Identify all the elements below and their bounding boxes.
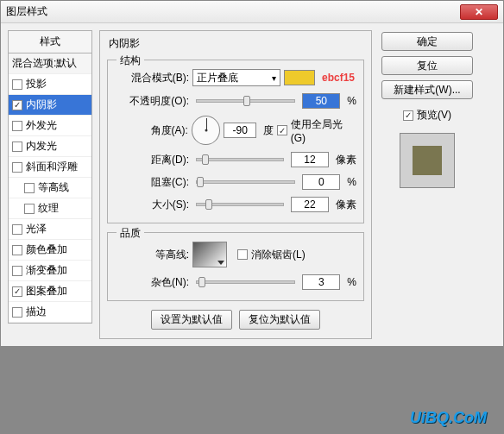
- opacity-row: 不透明度(O): 50 %: [115, 93, 356, 109]
- angle-unit: 度: [263, 123, 274, 138]
- checkbox-icon: [12, 286, 22, 297]
- style-item[interactable]: 描边: [9, 302, 91, 323]
- choke-unit: %: [347, 176, 356, 188]
- angle-dial[interactable]: [192, 116, 221, 145]
- style-item[interactable]: 渐变叠加: [9, 261, 91, 281]
- settings-panel: 内阴影 结构 混合模式(B): 正片叠底 ebcf15 不透明度(O): 50 …: [99, 30, 372, 339]
- quality-legend: 品质: [117, 226, 144, 241]
- size-unit: 像素: [336, 198, 356, 212]
- contour-picker[interactable]: [192, 242, 227, 267]
- checkbox-icon: [12, 266, 22, 276]
- style-item[interactable]: 内阴影: [9, 95, 91, 116]
- style-item[interactable]: 外发光: [9, 116, 91, 136]
- watermark: UiBQ.CoM: [410, 409, 487, 427]
- reset-default-button[interactable]: 复位为默认值: [239, 310, 320, 330]
- reset-button[interactable]: 复位: [381, 56, 473, 75]
- distance-input[interactable]: 12: [291, 152, 329, 167]
- angle-label: 角度(A):: [115, 123, 188, 138]
- style-item-label: 外发光: [26, 118, 57, 133]
- noise-label: 杂色(N):: [115, 275, 189, 290]
- antialias-label: 消除锯齿(L): [251, 248, 306, 262]
- noise-row: 杂色(N): 3 %: [115, 274, 356, 290]
- checkbox-icon: [277, 125, 287, 135]
- color-note: ebcf15: [322, 72, 355, 84]
- size-input[interactable]: 22: [291, 197, 329, 212]
- style-item[interactable]: 纹理: [9, 198, 91, 219]
- style-item[interactable]: 投影: [9, 74, 91, 95]
- checkbox-icon: [12, 121, 22, 131]
- panel-title: 内阴影: [100, 31, 371, 56]
- style-item-label: 纹理: [38, 201, 59, 216]
- checkbox-icon: [12, 224, 22, 235]
- checkbox-icon: [403, 110, 413, 121]
- checkbox-icon: [12, 245, 22, 255]
- choke-slider[interactable]: [196, 180, 295, 184]
- noise-slider[interactable]: [196, 280, 295, 284]
- style-item[interactable]: 颜色叠加: [9, 240, 91, 261]
- style-item[interactable]: 斜面和浮雕: [9, 157, 91, 178]
- new-style-button[interactable]: 新建样式(W)...: [381, 80, 473, 99]
- style-item[interactable]: 图案叠加: [9, 281, 91, 302]
- checkbox-icon: [12, 100, 22, 110]
- styles-panel: 样式 混合选项:默认 投影内阴影外发光内发光斜面和浮雕等高线纹理光泽颜色叠加渐变…: [8, 30, 92, 339]
- angle-row: 角度(A): -90 度 使用全局光(G): [115, 116, 356, 145]
- checkbox-icon: [24, 183, 35, 193]
- set-default-button[interactable]: 设置为默认值: [151, 310, 232, 330]
- angle-input[interactable]: -90: [224, 123, 256, 138]
- distance-unit: 像素: [336, 153, 356, 167]
- structure-legend: 结构: [117, 53, 144, 68]
- layer-style-window: 图层样式 ✕ 样式 混合选项:默认 投影内阴影外发光内发光斜面和浮雕等高线纹理光…: [0, 0, 504, 347]
- opacity-unit: %: [347, 95, 356, 107]
- style-item-label: 混合选项:默认: [12, 56, 77, 71]
- style-item-label: 斜面和浮雕: [26, 160, 78, 174]
- preview-checkbox[interactable]: 预览(V): [403, 108, 451, 123]
- style-item-label: 投影: [26, 77, 47, 91]
- blend-mode-value: 正片叠底: [197, 71, 238, 85]
- style-item-label: 内阴影: [26, 97, 57, 112]
- styles-header: 样式: [9, 31, 91, 53]
- checkbox-icon: [12, 142, 22, 152]
- preview-swatch: [413, 146, 442, 175]
- contour-label: 等高线:: [115, 248, 189, 262]
- style-item-blend-options[interactable]: 混合选项:默认: [9, 53, 91, 74]
- checkbox-icon: [237, 249, 248, 260]
- styles-group: 样式 混合选项:默认 投影内阴影外发光内发光斜面和浮雕等高线纹理光泽颜色叠加渐变…: [8, 30, 92, 324]
- styles-list: 混合选项:默认 投影内阴影外发光内发光斜面和浮雕等高线纹理光泽颜色叠加渐变叠加图…: [9, 53, 91, 323]
- right-panel: 确定 复位 新建样式(W)... 预览(V): [379, 30, 476, 339]
- blend-mode-label: 混合模式(B):: [115, 71, 189, 85]
- color-swatch[interactable]: [284, 70, 315, 85]
- global-light-checkbox[interactable]: 使用全局光(G): [277, 117, 356, 144]
- opacity-slider[interactable]: [196, 99, 295, 103]
- style-item-label: 渐变叠加: [26, 263, 67, 278]
- style-item[interactable]: 光泽: [9, 219, 91, 240]
- blend-mode-combo[interactable]: 正片叠底: [192, 69, 280, 86]
- opacity-input[interactable]: 50: [302, 93, 340, 109]
- global-light-label: 使用全局光(G): [291, 117, 356, 144]
- noise-unit: %: [347, 276, 356, 288]
- checkbox-icon: [24, 204, 35, 214]
- style-item-label: 描边: [26, 305, 47, 319]
- distance-label: 距离(D):: [115, 153, 189, 167]
- style-item[interactable]: 等高线: [9, 178, 91, 198]
- size-slider[interactable]: [196, 203, 284, 206]
- style-item-label: 等高线: [38, 180, 69, 195]
- ok-button[interactable]: 确定: [381, 32, 473, 51]
- distance-slider[interactable]: [196, 158, 284, 161]
- dialog-body: 样式 混合选项:默认 投影内阴影外发光内发光斜面和浮雕等高线纹理光泽颜色叠加渐变…: [1, 23, 503, 346]
- style-item[interactable]: 内发光: [9, 136, 91, 157]
- noise-input[interactable]: 3: [302, 274, 340, 290]
- contour-row: 等高线: 消除锯齿(L): [115, 242, 356, 267]
- checkbox-icon: [12, 307, 22, 318]
- default-buttons-row: 设置为默认值 复位为默认值: [100, 310, 371, 330]
- style-item-label: 内发光: [26, 139, 57, 154]
- style-item-label: 光泽: [26, 222, 47, 236]
- close-button[interactable]: ✕: [460, 4, 498, 20]
- size-label: 大小(S):: [115, 198, 189, 212]
- window-title: 图层样式: [6, 4, 460, 19]
- checkbox-icon: [12, 79, 22, 90]
- antialias-checkbox[interactable]: 消除锯齿(L): [237, 248, 306, 262]
- opacity-label: 不透明度(O):: [115, 94, 189, 109]
- preview-box: [400, 133, 455, 188]
- choke-row: 阻塞(C): 0 %: [115, 174, 356, 190]
- choke-input[interactable]: 0: [302, 174, 340, 190]
